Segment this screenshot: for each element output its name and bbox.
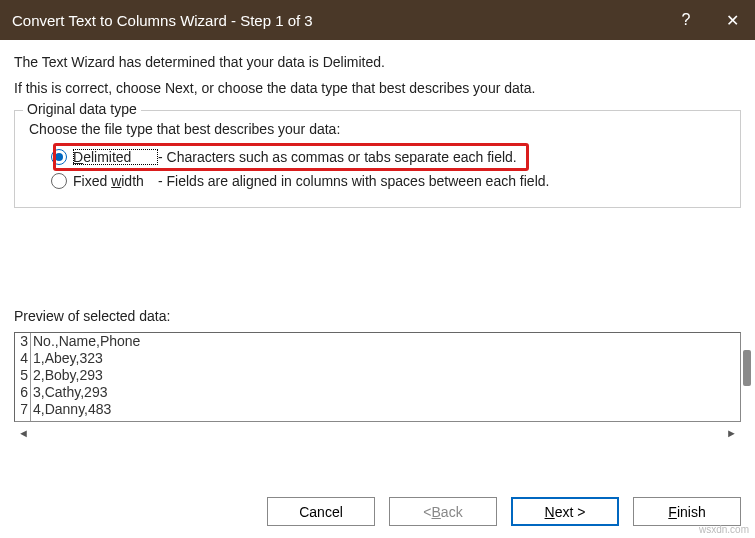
radio-fixed-width-desc: - Fields are aligned in columns with spa… xyxy=(158,173,549,189)
original-data-type-group: Original data type Choose the file type … xyxy=(14,110,741,208)
next-button[interactable]: Next > xyxy=(511,497,619,526)
close-button[interactable]: ✕ xyxy=(709,0,755,40)
help-button[interactable]: ? xyxy=(663,0,709,40)
vertical-scrollbar[interactable] xyxy=(743,350,751,386)
preview-wrap: 3No.,Name,Phone 41,Abey,323 52,Boby,293 … xyxy=(14,332,741,422)
radio-fixed-width-circle[interactable] xyxy=(51,173,67,189)
preview-label: Preview of selected data: xyxy=(14,308,741,324)
preview-row: 85,Earnesto,515 xyxy=(15,418,740,422)
group-instruction: Choose the file type that best describes… xyxy=(29,121,726,137)
radio-fixed-width[interactable]: Fixed width - Fields are aligned in colu… xyxy=(29,169,726,193)
scroll-left-icon[interactable]: ◄ xyxy=(18,427,29,439)
cancel-button[interactable]: Cancel xyxy=(267,497,375,526)
dialog-title: Convert Text to Columns Wizard - Step 1 … xyxy=(12,12,663,29)
radio-fixed-width-label: Fixed width xyxy=(73,173,158,189)
intro-line-2: If this is correct, choose Next, or choo… xyxy=(14,80,741,96)
titlebar-buttons: ? ✕ xyxy=(663,0,755,40)
preview-row: 41,Abey,323 xyxy=(15,350,740,367)
preview-row: 74,Danny,483 xyxy=(15,401,740,418)
intro-line-1: The Text Wizard has determined that your… xyxy=(14,54,741,70)
titlebar: Convert Text to Columns Wizard - Step 1 … xyxy=(0,0,755,40)
preview-row: 3No.,Name,Phone xyxy=(15,333,740,350)
radio-delimited-circle[interactable] xyxy=(51,149,67,165)
preview-row: 63,Cathy,293 xyxy=(15,384,740,401)
preview-box: 3No.,Name,Phone 41,Abey,323 52,Boby,293 … xyxy=(14,332,741,422)
horizontal-scrollbar[interactable]: ◄ ► xyxy=(14,424,741,442)
dialog-content: The Text Wizard has determined that your… xyxy=(0,40,755,442)
back-button[interactable]: < Back xyxy=(389,497,497,526)
group-legend: Original data type xyxy=(23,101,141,117)
radio-delimited[interactable]: Delimited - Characters such as commas or… xyxy=(29,145,726,169)
radio-delimited-desc: - Characters such as commas or tabs sepa… xyxy=(158,149,517,165)
watermark: wsxdn.com xyxy=(699,524,749,535)
finish-button[interactable]: Finish xyxy=(633,497,741,526)
radio-delimited-label: Delimited xyxy=(73,149,158,165)
scroll-right-icon[interactable]: ► xyxy=(726,427,737,439)
button-bar: Cancel < Back Next > Finish xyxy=(267,497,741,526)
preview-row: 52,Boby,293 xyxy=(15,367,740,384)
